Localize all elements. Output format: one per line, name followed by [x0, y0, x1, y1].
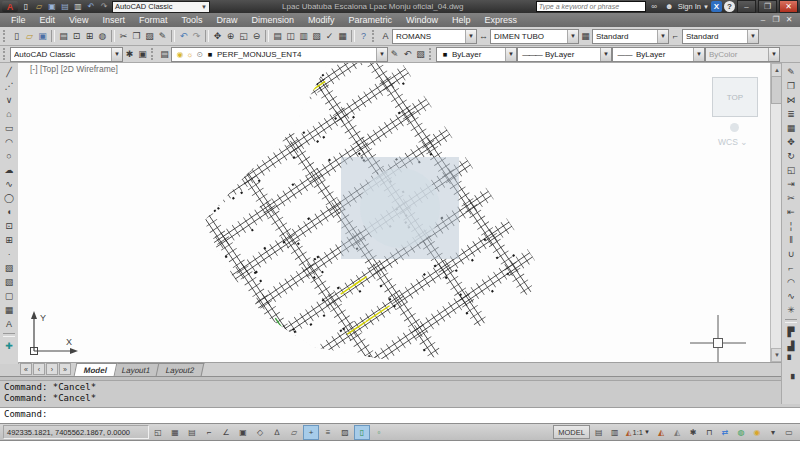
revision-cloud-icon[interactable]: ☁: [2, 163, 17, 177]
text-style-combo[interactable]: ROMANS▼: [392, 29, 477, 44]
menu-help[interactable]: Help: [445, 13, 478, 27]
menu-tools[interactable]: Tools: [174, 13, 209, 27]
viewcube[interactable]: TOP: [712, 77, 758, 117]
toolbar-grip[interactable]: [429, 48, 434, 60]
transparency-icon[interactable]: ▨: [337, 425, 353, 440]
menu-draw[interactable]: Draw: [209, 13, 244, 27]
create-block-icon[interactable]: ⊞: [2, 233, 17, 247]
undo-icon[interactable]: ↶: [85, 1, 97, 12]
bring-above-icon[interactable]: ▘: [784, 353, 799, 367]
mdi-restore[interactable]: ❐: [770, 15, 782, 24]
make-object-layer-current-icon[interactable]: ✎: [388, 47, 401, 61]
menu-format[interactable]: Format: [132, 13, 175, 27]
array-icon[interactable]: ▦: [784, 121, 799, 135]
spline-icon[interactable]: ∿: [2, 177, 17, 191]
viewport-controls[interactable]: [-] [Top] [2D Wireframe]: [30, 64, 118, 74]
sheet-set-manager-icon[interactable]: ▧: [310, 29, 323, 43]
plot-icon[interactable]: ▥: [72, 1, 84, 12]
text-style-icon[interactable]: A: [379, 29, 392, 43]
toolbar-grip[interactable]: [151, 48, 156, 60]
cut-icon[interactable]: ✂: [117, 29, 130, 43]
command-history[interactable]: Command: *Cancel* Command: *Cancel*: [0, 381, 800, 408]
layer-previous-icon[interactable]: ↶: [401, 47, 414, 61]
save-icon[interactable]: ▣: [36, 29, 49, 43]
blend-curves-icon[interactable]: ∿: [784, 289, 799, 303]
command-prompt[interactable]: Command:: [0, 408, 800, 424]
rotate-icon[interactable]: ↻: [784, 149, 799, 163]
mdi-minimize[interactable]: –: [757, 15, 769, 24]
hatch-icon[interactable]: ▨: [2, 261, 17, 275]
grid-display-icon[interactable]: ▤: [184, 425, 200, 440]
quickcalc-icon[interactable]: ▦: [336, 29, 349, 43]
workspace-switching-icon[interactable]: ✱: [685, 425, 701, 440]
menu-file[interactable]: File: [4, 13, 33, 27]
mdi-close[interactable]: ✕: [783, 15, 795, 24]
lineweight-icon[interactable]: ≡: [320, 425, 336, 440]
coordinates-readout[interactable]: 492335.1821, 7405562.1867, 0.0000: [3, 425, 149, 439]
offset-icon[interactable]: ≣: [784, 107, 799, 121]
toolbar-lock-icon[interactable]: ⊓: [701, 425, 717, 440]
layer-states-icon[interactable]: ▧: [414, 47, 427, 61]
tab-model[interactable]: Model: [74, 363, 118, 376]
erase-icon[interactable]: ✎: [784, 65, 799, 79]
search-icon[interactable]: ∞: [648, 1, 661, 12]
chamfer-icon[interactable]: ⌐: [784, 261, 799, 275]
layer-freeze-icon[interactable]: ☼: [185, 50, 195, 59]
3d-dwf-icon[interactable]: ◍: [96, 29, 109, 43]
menu-express[interactable]: Express: [478, 13, 525, 27]
table-icon[interactable]: ▦: [2, 303, 17, 317]
insert-block-icon[interactable]: ⊡: [2, 219, 17, 233]
plot-preview-icon[interactable]: ⊡: [70, 29, 83, 43]
tab-layout1[interactable]: Layout1: [112, 363, 161, 376]
zoom-realtime-icon[interactable]: ⊕: [224, 29, 237, 43]
redo-icon[interactable]: ↷: [98, 1, 110, 12]
save-as-icon[interactable]: ▤: [59, 1, 71, 12]
tab-layout2[interactable]: Layout2: [155, 363, 204, 376]
help-icon[interactable]: ?: [724, 1, 735, 12]
layer-properties-manager-icon[interactable]: ▤: [158, 47, 171, 61]
isolate-objects-icon[interactable]: ◉: [749, 425, 765, 440]
zoom-previous-icon[interactable]: ⊖: [250, 29, 263, 43]
wcs-selector[interactable]: WCS ⌄: [718, 137, 747, 147]
line-icon[interactable]: ╱: [2, 65, 17, 79]
toolbar-grip[interactable]: [372, 30, 377, 42]
minimize-button[interactable]: –: [737, 0, 756, 13]
sign-in-button[interactable]: ☻ Sign In ▼: [663, 1, 709, 12]
copy-clip-icon[interactable]: ❐: [130, 29, 143, 43]
circle-icon[interactable]: ○: [2, 149, 17, 163]
model-space-icon[interactable]: ▤: [591, 425, 607, 440]
extend-icon[interactable]: ⇤: [784, 205, 799, 219]
snap-mode-icon[interactable]: ▦: [167, 425, 183, 440]
move-icon[interactable]: ✥: [784, 135, 799, 149]
model-space-button[interactable]: MODEL: [553, 425, 590, 439]
rectangle-icon[interactable]: ▭: [2, 121, 17, 135]
menu-window[interactable]: Window: [399, 13, 445, 27]
markup-icon[interactable]: ✓: [323, 29, 336, 43]
fillet-icon[interactable]: ◠: [784, 275, 799, 289]
selection-cycling-icon[interactable]: ▫: [371, 425, 387, 440]
polyline-icon[interactable]: ∨: [2, 93, 17, 107]
next-tab-icon[interactable]: ›: [46, 363, 58, 375]
annotation-autoscale-icon[interactable]: ◭: [669, 425, 685, 440]
menu-modify[interactable]: Modify: [301, 13, 342, 27]
trusted-autodesk-icon[interactable]: ◍: [733, 425, 749, 440]
dimension-style-combo[interactable]: DIMEN TUBO▼: [490, 29, 579, 44]
copy-icon[interactable]: ❐: [784, 79, 799, 93]
annotation-visibility-icon[interactable]: ◭: [653, 425, 669, 440]
annotation-scale-control[interactable]: ◭ 1:1 ▼: [624, 428, 652, 437]
publish-icon[interactable]: ⊞: [83, 29, 96, 43]
exchange-apps-icon[interactable]: X: [711, 1, 722, 12]
prev-tab-icon[interactable]: ‹: [33, 363, 45, 375]
workspace-save-icon[interactable]: ▣: [136, 47, 149, 61]
bring-to-front-icon[interactable]: ▛: [784, 325, 799, 339]
arc-icon[interactable]: ◠: [2, 135, 17, 149]
send-under-icon[interactable]: ▗: [784, 367, 799, 381]
infer-constraints-icon[interactable]: ◱: [150, 425, 166, 440]
object-snap-icon[interactable]: ▣: [235, 425, 251, 440]
layer-combo[interactable]: ◉☼⊙■ PERF_MONJUS_ENT4 ▼: [171, 47, 388, 62]
region-icon[interactable]: ▢: [2, 289, 17, 303]
explode-icon[interactable]: ✳: [784, 303, 799, 317]
first-tab-icon[interactable]: «: [20, 363, 32, 375]
last-tab-icon[interactable]: »: [59, 363, 71, 375]
menu-insert[interactable]: Insert: [95, 13, 132, 27]
